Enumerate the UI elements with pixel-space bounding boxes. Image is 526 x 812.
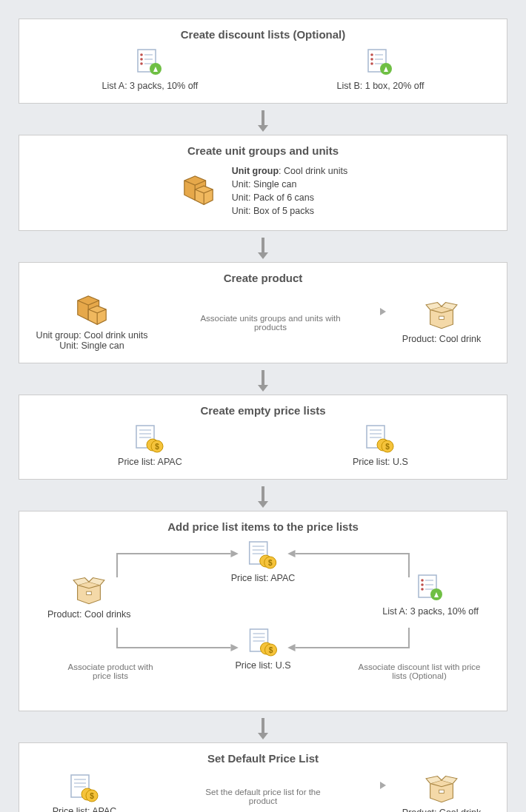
list-check-icon	[414, 574, 447, 603]
unit-group-item: Unit group: Cool drink units Unit: Singl…	[33, 292, 151, 351]
open-box-icon	[70, 574, 107, 606]
price-list-icon	[364, 424, 396, 454]
step-default-price-list: Set Default Price List Price list: APAC …	[19, 742, 507, 813]
connector-arrow	[19, 483, 507, 508]
step-title: Create unit groups and units	[33, 144, 493, 157]
product-item: Product: Cool drinks	[47, 574, 131, 620]
boxes-icon	[72, 292, 112, 327]
boxes-icon	[179, 172, 219, 207]
left-note: Associate product with price lists	[59, 662, 162, 680]
discount-list-b: List B: 1 box, 20% off	[337, 48, 425, 91]
connector-arrow	[19, 714, 507, 739]
step-title: Create empty price lists	[33, 404, 493, 417]
step-add-price-list-items: Add price list items to the price lists …	[19, 511, 507, 711]
discount-list-a: List A: 3 packs, 10% off	[102, 48, 199, 91]
list-check-icon	[133, 48, 166, 78]
step-discount-lists: Create discount lists (Optional) List A:…	[19, 19, 507, 104]
open-box-icon	[423, 772, 460, 805]
open-box-icon	[423, 298, 460, 331]
step-create-product: Create product Unit group: Cool drink un…	[19, 262, 507, 363]
price-list-icon	[247, 540, 279, 570]
step-unit-groups: Create unit groups and units Unit group:…	[19, 135, 507, 231]
connector-arrow	[19, 366, 507, 392]
label: List A: 3 packs, 10% off	[102, 81, 199, 91]
price-list-apac: Price list: APAC	[33, 774, 136, 813]
step-empty-price-lists: Create empty price lists Price list: APA…	[19, 395, 507, 480]
unit-group-text: Unit group: Cool drink units Unit: Singl…	[232, 164, 347, 218]
connector-arrow	[19, 234, 507, 259]
price-list-icon	[68, 774, 101, 803]
label: List B: 1 box, 20% off	[337, 81, 425, 91]
step-title: Add price list items to the price lists	[33, 520, 493, 533]
step-title: Create discount lists (Optional)	[33, 28, 493, 41]
connector-arrow	[19, 107, 507, 132]
list-check-icon	[364, 48, 396, 78]
step-title: Create product	[33, 272, 493, 284]
product-item: Product: Cool drink	[390, 772, 493, 813]
price-list-us: Price list: U.S	[353, 424, 408, 467]
price-list-us: Price list: U.S	[235, 628, 290, 671]
discount-list-item: List A: 3 packs, 10% off	[382, 574, 479, 617]
step-title: Set Default Price List	[33, 752, 493, 765]
associate-arrow: Associate units groups and units with pr…	[151, 311, 390, 332]
price-list-icon	[247, 628, 279, 657]
price-list-icon	[133, 424, 166, 454]
default-arrow: Set the default price list for the produ…	[136, 785, 390, 805]
product-item: Product: Cool drink	[390, 298, 493, 344]
right-note: Associate discount list with price lists…	[356, 662, 482, 680]
price-list-apac: Price list: APAC	[231, 540, 296, 583]
price-list-apac: Price list: APAC	[118, 424, 182, 467]
